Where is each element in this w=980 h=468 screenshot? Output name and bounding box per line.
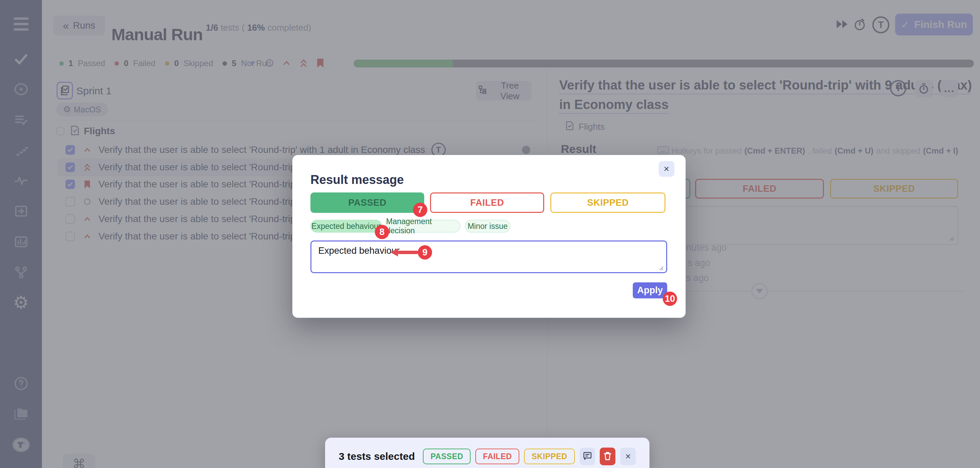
failed-label: FAILED bbox=[470, 198, 504, 208]
app-window: ⚙ « Runs Manual Run 1/6 tests ( 16% comp… bbox=[0, 0, 980, 468]
modal-skipped-button[interactable]: SKIPPED bbox=[550, 192, 665, 213]
bulk-passed-button[interactable]: PASSED bbox=[423, 449, 471, 464]
apply-button[interactable]: Apply bbox=[633, 282, 667, 298]
bulk-failed-button[interactable]: FAILED bbox=[475, 449, 519, 464]
message-textarea[interactable]: Expected behaviour bbox=[310, 241, 667, 273]
skipped-label: SKIPPED bbox=[531, 452, 567, 461]
tag-management-decision[interactable]: Management decision bbox=[385, 220, 460, 233]
passed-label: PASSED bbox=[348, 198, 387, 208]
tag-label: Expected behaviour bbox=[312, 222, 380, 231]
bulk-skipped-button[interactable]: SKIPPED bbox=[524, 449, 574, 464]
result-message-modal: × Result message PASSED FAILED SKIPPED E… bbox=[293, 155, 686, 318]
annotation-arrow-icon bbox=[390, 248, 418, 257]
modal-close-button[interactable]: × bbox=[659, 161, 675, 177]
close-icon: × bbox=[664, 163, 669, 175]
annotation-badge-10: 10 bbox=[663, 292, 677, 306]
annotation-badge-8: 8 bbox=[375, 225, 389, 239]
comment-icon bbox=[583, 451, 592, 462]
apply-label: Apply bbox=[637, 285, 663, 296]
bulk-actions-bar: 3 tests selected PASSED FAILED SKIPPED × bbox=[325, 438, 649, 468]
annotation-badge-7: 7 bbox=[413, 203, 427, 217]
tag-expected-behaviour[interactable]: Expected behaviour bbox=[310, 220, 382, 233]
trash-icon bbox=[603, 451, 612, 462]
bulk-delete-button[interactable] bbox=[600, 447, 616, 465]
modal-failed-button[interactable]: FAILED bbox=[430, 192, 544, 213]
skipped-label: SKIPPED bbox=[587, 198, 629, 208]
tag-label: Management decision bbox=[386, 217, 460, 235]
resize-grip-icon[interactable] bbox=[658, 265, 664, 272]
tag-label: Minor issue bbox=[468, 222, 508, 231]
modal-passed-button[interactable]: PASSED bbox=[310, 192, 424, 213]
annotation-badge-9: 9 bbox=[418, 245, 432, 260]
close-icon: × bbox=[625, 451, 631, 462]
modal-title: Result message bbox=[310, 173, 404, 187]
failed-label: FAILED bbox=[483, 452, 512, 461]
selected-count-text: 3 tests selected bbox=[339, 451, 415, 462]
bulk-close-button[interactable]: × bbox=[620, 447, 636, 465]
tag-minor-issue[interactable]: Minor issue bbox=[465, 220, 511, 233]
passed-label: PASSED bbox=[430, 452, 463, 461]
bulk-comment-button[interactable] bbox=[580, 447, 595, 465]
